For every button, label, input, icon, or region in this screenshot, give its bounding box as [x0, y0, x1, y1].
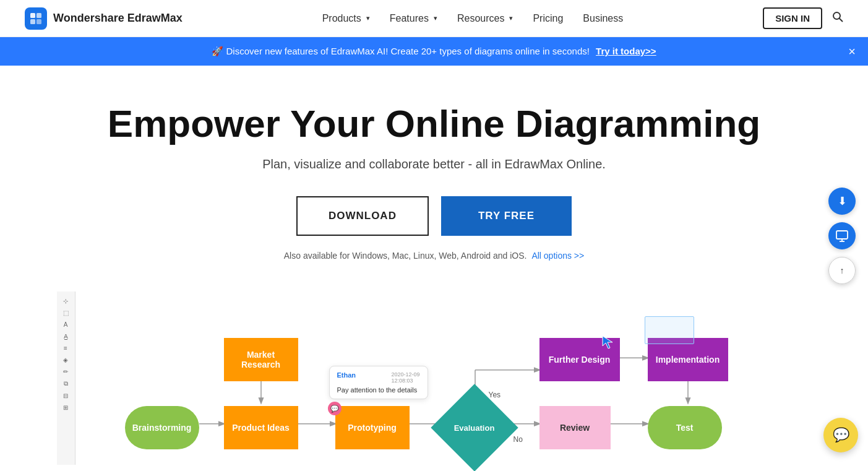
- banner-text: 🚀 Discover new features of EdrawMax AI! …: [212, 46, 590, 56]
- diagram-canvas: ⊹ ⬚ A A̲ ≡ ◈ ✏ ⧉ ⊟ ⊞: [45, 292, 824, 471]
- float-buttons: ⬇ ↑: [828, 188, 856, 284]
- download-button[interactable]: DOWNLOAD: [296, 196, 429, 236]
- node-test[interactable]: Test: [648, 406, 722, 449]
- comment-text: Pay attention to the details: [337, 386, 420, 394]
- flow-container: Brainstorming Market Research Product Id…: [106, 310, 787, 471]
- comment-icon: 💬: [328, 402, 342, 415]
- toolbar-grid[interactable]: ⊞: [63, 404, 68, 411]
- banner-link[interactable]: Try it today>>: [596, 46, 656, 56]
- toolbar-underline[interactable]: A̲: [64, 333, 68, 340]
- features-chevron-icon: ▾: [434, 14, 437, 22]
- all-options-link[interactable]: All options >>: [531, 251, 584, 261]
- svg-rect-2: [30, 19, 35, 24]
- nav-business[interactable]: Business: [583, 13, 623, 24]
- float-download-button[interactable]: ⬇: [828, 188, 856, 215]
- hero-title: Empower Your Online Diagramming: [12, 103, 856, 145]
- svg-point-4: [833, 12, 840, 19]
- signin-button[interactable]: SIGN IN: [763, 7, 822, 29]
- nav-pricing[interactable]: Pricing: [533, 13, 563, 24]
- cursor-arrow-icon: [601, 335, 616, 350]
- try-free-button[interactable]: TRY FREE: [441, 196, 572, 236]
- toolbar-select[interactable]: ⬚: [63, 309, 69, 316]
- toolbar-align[interactable]: ⊟: [63, 392, 68, 399]
- chat-bubble-button[interactable]: 💬: [823, 418, 858, 452]
- toolbar-transform[interactable]: ⧉: [64, 380, 68, 387]
- comment-bubble[interactable]: Ethan 2020-12-09 12:08:03 Pay attention …: [329, 366, 428, 399]
- comment-time: 2020-12-09 12:08:03: [391, 371, 419, 384]
- search-button[interactable]: [832, 11, 843, 25]
- logo-icon: [25, 7, 47, 30]
- logo[interactable]: Wondershare EdrawMax: [25, 7, 183, 30]
- resources-chevron-icon: ▾: [509, 14, 513, 22]
- svg-rect-17: [836, 231, 848, 239]
- toolbar-text[interactable]: A: [64, 321, 68, 328]
- hero-section: Empower Your Online Diagramming Plan, vi…: [0, 66, 868, 273]
- nav-actions: SIGN IN: [763, 7, 843, 29]
- node-prototyping[interactable]: Prototyping: [335, 406, 410, 449]
- selection-box: [645, 316, 694, 344]
- comment-header: Ethan 2020-12-09 12:08:03: [337, 371, 420, 384]
- navbar: Wondershare EdrawMax Products ▾ Features…: [0, 0, 868, 37]
- node-evaluation[interactable]: Evaluation: [444, 397, 505, 459]
- svg-rect-1: [37, 13, 41, 18]
- hero-platforms: Also available for Windows, Mac, Linux, …: [12, 251, 856, 261]
- toolbar-layers[interactable]: ≡: [64, 345, 67, 352]
- node-review[interactable]: Review: [539, 406, 611, 449]
- chat-bubble-icon: 💬: [833, 427, 849, 443]
- toolbar-fill[interactable]: ◈: [63, 356, 68, 363]
- toolbar-move[interactable]: ⊹: [63, 298, 68, 305]
- svg-line-5: [839, 19, 843, 22]
- yes-label: Yes: [489, 391, 501, 399]
- nav-features[interactable]: Features ▾: [390, 13, 437, 24]
- diagram-section: ⊹ ⬚ A A̲ ≡ ◈ ✏ ⧉ ⊟ ⊞: [32, 292, 836, 471]
- nav-resources[interactable]: Resources ▾: [457, 13, 513, 24]
- svg-rect-0: [30, 13, 35, 18]
- products-chevron-icon: ▾: [366, 14, 370, 22]
- node-brainstorming[interactable]: Brainstorming: [125, 406, 199, 449]
- node-market-research[interactable]: Market Research: [224, 338, 298, 381]
- nav-links: Products ▾ Features ▾ Resources ▾ Pricin…: [322, 13, 624, 24]
- announcement-banner: 🚀 Discover new features of EdrawMax AI! …: [0, 37, 868, 66]
- comment-author: Ethan: [337, 371, 356, 384]
- float-up-button[interactable]: ↑: [828, 257, 856, 284]
- svg-rect-3: [37, 19, 41, 24]
- hero-buttons: DOWNLOAD TRY FREE: [12, 196, 856, 236]
- float-monitor-button[interactable]: [828, 222, 856, 249]
- no-label: No: [513, 435, 523, 444]
- svg-marker-16: [603, 336, 612, 348]
- nav-products[interactable]: Products ▾: [322, 13, 370, 24]
- toolbar-pencil[interactable]: ✏: [63, 368, 68, 375]
- brand-name: Wondershare EdrawMax: [53, 12, 183, 25]
- banner-close-button[interactable]: ×: [848, 45, 856, 59]
- hero-subtitle: Plan, visualize and collaborate better -…: [12, 157, 856, 171]
- toolbar: ⊹ ⬚ A A̲ ≡ ◈ ✏ ⧉ ⊟ ⊞: [57, 292, 75, 465]
- node-product-ideas[interactable]: Product Ideas: [224, 406, 298, 449]
- node-implementation[interactable]: Implementation: [648, 338, 728, 381]
